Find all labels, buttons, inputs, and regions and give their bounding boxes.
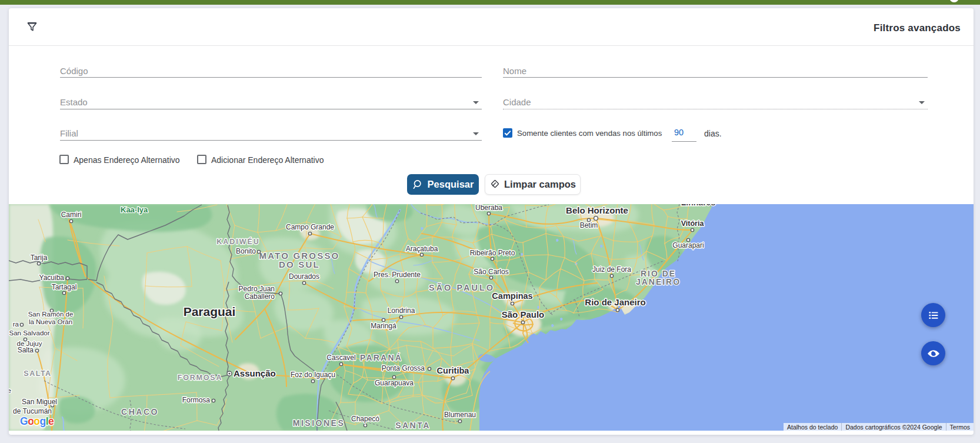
svg-text:San Ramón de: San Ramón de [28,311,74,318]
svg-text:Assunção: Assunção [234,368,276,378]
svg-text:SALTA: SALTA [24,369,51,378]
svg-text:Chapecó: Chapecó [351,415,379,423]
svg-text:Caballero: Caballero [245,292,275,301]
svg-text:San Miguel: San Miguel [22,398,57,406]
svg-text:Cascavel: Cascavel [326,354,355,362]
svg-text:SANTA: SANTA [395,421,431,430]
svg-text:te: te [9,387,11,394]
svg-text:Kaa-Iya: Kaa-Iya [121,205,148,214]
svg-text:Formosa: Formosa [182,396,211,404]
svg-text:Tartagal: Tartagal [52,283,77,291]
svg-text:Betim: Betim [580,221,598,229]
svg-text:Uberaba: Uberaba [475,204,502,212]
svg-text:PARANÁ: PARANÁ [360,353,402,362]
svg-text:CHACO: CHACO [121,407,159,417]
svg-text:DO SUL: DO SUL [279,259,320,269]
svg-text:Belo Horizonte: Belo Horizonte [566,205,628,215]
svg-text:Blumenau: Blumenau [444,411,476,419]
svg-text:Pedro Juan: Pedro Juan [239,285,275,293]
svg-text:FORMOSA: FORMOSA [178,374,223,382]
svg-text:JANEIRO: JANEIRO [636,277,681,287]
svg-text:Vitória: Vitória [681,219,705,228]
svg-text:Camiri: Camiri [61,211,82,219]
svg-text:Rio de Janeiro: Rio de Janeiro [585,297,645,307]
svg-text:la Nueva Orán: la Nueva Orán [29,318,72,325]
svg-text:Araçatuba: Araçatuba [406,245,438,253]
svg-text:Campo Grande: Campo Grande [286,223,334,231]
svg-text:de Jujuy: de Jujuy [17,340,42,347]
svg-text:Guarapuava: Guarapuava [375,379,414,387]
svg-text:São Paulo: São Paulo [502,309,545,319]
svg-text:Ribeirão Preto: Ribeirão Preto [470,249,515,257]
svg-text:Ponta Grossa: Ponta Grossa [382,364,425,372]
svg-text:San Salvador: San Salvador [9,329,49,337]
svg-text:Pres. Prudente: Pres. Prudente [374,271,421,279]
svg-text:Guarapari: Guarapari [672,241,704,249]
svg-text:KADIWÉU: KADIWÉU [216,237,260,246]
svg-text:Maringá: Maringá [371,322,396,330]
svg-text:Curitiba: Curitiba [437,366,470,375]
svg-text:Campinas: Campinas [492,291,532,301]
svg-text:Salta: Salta [18,346,34,354]
svg-text:Juiz de Fora: Juiz de Fora [592,265,631,274]
svg-text:Bonito: Bonito [236,247,256,255]
svg-text:SÃO PAULO: SÃO PAULO [429,282,495,292]
svg-text:de Tucumán: de Tucumán [13,407,52,415]
svg-text:Dourados: Dourados [289,272,319,281]
svg-text:ra: ra [13,321,19,328]
svg-text:Londrina: Londrina [388,307,415,315]
svg-text:MISIONES: MISIONES [293,418,345,428]
svg-text:Linhares: Linhares [681,204,716,207]
svg-text:Paraguai: Paraguai [184,305,236,318]
svg-text:Foz do Iguaçu: Foz do Iguaçu [291,371,335,379]
svg-text:São Carlos: São Carlos [474,268,508,276]
svg-text:Yacuiba: Yacuiba [39,274,65,282]
svg-text:Tarija: Tarija [31,254,48,262]
